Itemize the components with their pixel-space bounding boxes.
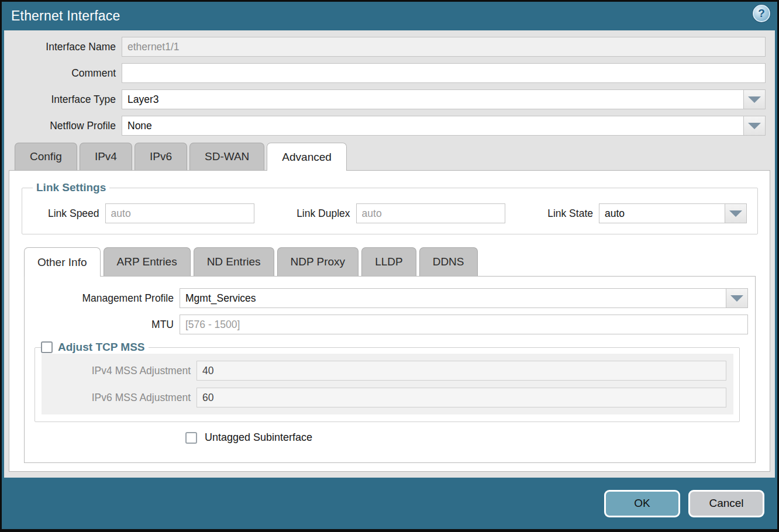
dialog-footer: OK Cancel — [4, 478, 775, 529]
untagged-subinterface-label: Untagged Subinterface — [205, 431, 312, 444]
cancel-button[interactable]: Cancel — [688, 490, 764, 517]
interface-name-field — [122, 37, 766, 57]
chevron-down-icon — [729, 210, 742, 217]
main-tabstrip: Config IPv4 IPv6 SD-WAN Advanced — [4, 143, 775, 170]
sub-tabstrip: Other Info ARP Entries ND Entries NDP Pr… — [18, 247, 761, 276]
management-profile-dropdown[interactable] — [180, 288, 748, 308]
link-state-dropdown[interactable] — [599, 203, 747, 223]
management-profile-trigger[interactable] — [726, 288, 748, 308]
link-state-value[interactable] — [599, 203, 725, 223]
comment-field[interactable] — [122, 63, 766, 83]
body-spacer — [4, 472, 775, 478]
interface-type-label: Interface Type — [13, 94, 122, 106]
link-state-trigger[interactable] — [725, 203, 747, 223]
chevron-down-icon — [748, 96, 761, 103]
ipv4-mss-field — [197, 361, 726, 381]
link-duplex-label: Link Duplex — [297, 208, 356, 220]
adjust-tcp-mss-checkbox[interactable] — [41, 341, 53, 353]
help-icon[interactable]: ? — [753, 5, 770, 22]
subtab-ndp-proxy[interactable]: NDP Proxy — [277, 247, 359, 276]
interface-type-dropdown[interactable] — [122, 89, 766, 109]
top-form: Interface Name Comment Interface Type — [4, 30, 775, 142]
netflow-profile-label: Netflow Profile — [13, 120, 122, 132]
comment-label: Comment — [13, 67, 122, 80]
ipv6-mss-field — [197, 388, 726, 407]
other-info-panel: Management Profile MTU — [24, 276, 756, 463]
ipv6-mss-label: IPv6 MSS Adjustment — [42, 392, 197, 404]
subtab-ddns[interactable]: DDNS — [419, 247, 478, 276]
link-speed-field[interactable] — [105, 203, 254, 223]
tab-ipv6[interactable]: IPv6 — [135, 143, 187, 170]
chevron-down-icon — [748, 123, 761, 129]
dialog-title: Ethernet Interface — [11, 8, 120, 24]
link-speed-group: Link Speed — [48, 203, 254, 223]
chevron-down-icon — [730, 295, 743, 302]
untagged-subinterface-checkbox[interactable] — [185, 432, 197, 444]
interface-type-trigger[interactable] — [743, 89, 766, 109]
comment-row: Comment — [13, 63, 766, 83]
interface-name-label: Interface Name — [13, 41, 122, 53]
advanced-tab-panel: Link Settings Link Speed Link Duplex Lin… — [9, 170, 770, 472]
netflow-profile-trigger[interactable] — [743, 116, 766, 136]
management-profile-value[interactable] — [180, 288, 726, 308]
mtu-row: MTU — [25, 315, 748, 334]
adjust-tcp-mss-fieldset: Adjust TCP MSS IPv4 MSS Adjustment IPv6 … — [35, 341, 740, 422]
interface-name-row: Interface Name — [13, 37, 766, 57]
interface-type-row: Interface Type — [13, 89, 766, 109]
subtab-arp-entries[interactable]: ARP Entries — [104, 247, 191, 276]
link-settings-legend: Link Settings — [33, 181, 109, 194]
management-profile-label: Management Profile — [25, 292, 180, 305]
dialog-titlebar: Ethernet Interface ? — [4, 2, 775, 30]
tab-ipv4[interactable]: IPv4 — [80, 143, 132, 170]
untagged-subinterface-row: Untagged Subinterface — [185, 431, 748, 444]
adjust-tcp-mss-legend: Adjust TCP MSS — [41, 341, 149, 354]
ethernet-interface-dialog: Ethernet Interface ? Interface Name Comm… — [2, 2, 777, 529]
link-state-label: Link State — [547, 208, 599, 220]
tab-sdwan[interactable]: SD-WAN — [189, 143, 264, 170]
interface-type-value[interactable] — [122, 89, 743, 109]
link-duplex-field[interactable] — [356, 203, 505, 223]
tab-config[interactable]: Config — [15, 143, 77, 170]
ok-button[interactable]: OK — [604, 490, 680, 517]
link-speed-label: Link Speed — [48, 208, 105, 220]
mtu-field[interactable] — [180, 315, 748, 334]
subtab-nd-entries[interactable]: ND Entries — [194, 247, 274, 276]
tab-advanced[interactable]: Advanced — [267, 143, 347, 171]
subtab-other-info[interactable]: Other Info — [24, 247, 101, 277]
adjust-tcp-mss-label: Adjust TCP MSS — [58, 341, 145, 354]
ipv4-mss-row: IPv4 MSS Adjustment — [42, 361, 726, 381]
netflow-profile-row: Netflow Profile — [13, 116, 766, 136]
management-profile-row: Management Profile — [25, 288, 748, 308]
link-settings-fieldset: Link Settings Link Speed Link Duplex Lin… — [22, 181, 758, 234]
mss-disabled-area: IPv4 MSS Adjustment IPv6 MSS Adjustment — [42, 354, 733, 414]
ipv4-mss-label: IPv4 MSS Adjustment — [42, 365, 197, 377]
netflow-profile-value[interactable] — [122, 116, 743, 136]
subtab-lldp[interactable]: LLDP — [361, 247, 416, 276]
link-duplex-group: Link Duplex — [297, 203, 505, 223]
link-state-group: Link State — [547, 203, 747, 223]
netflow-profile-dropdown[interactable] — [122, 116, 766, 136]
ipv6-mss-row: IPv6 MSS Adjustment — [42, 388, 726, 407]
mtu-label: MTU — [25, 319, 180, 331]
